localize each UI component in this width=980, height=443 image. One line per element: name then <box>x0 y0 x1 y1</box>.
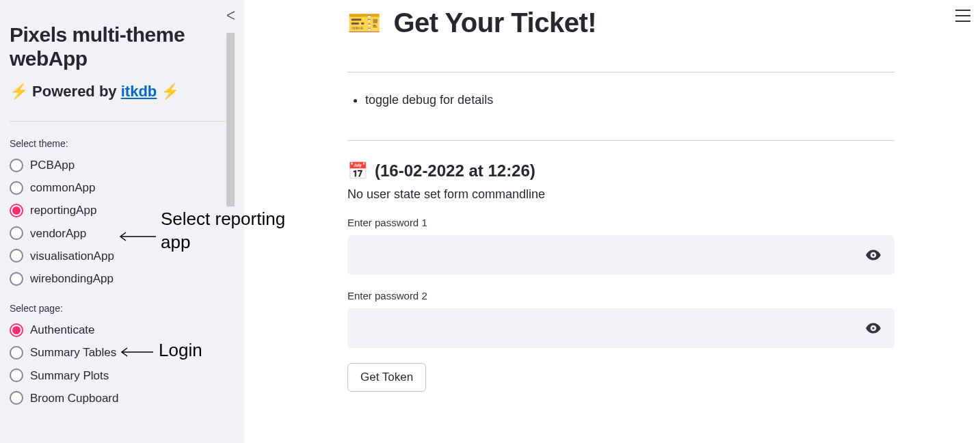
radio-icon <box>10 181 23 195</box>
password1-input-wrap <box>347 235 895 275</box>
theme-option-label: wirebondingApp <box>30 269 114 288</box>
info-bullet: toggle debug for details <box>365 93 895 107</box>
page-option-summary-tables[interactable]: Summary Tables <box>10 343 235 362</box>
radio-icon <box>10 346 23 360</box>
theme-option-label: vendorApp <box>30 224 86 243</box>
powered-by-prefix: ⚡ Powered by <box>10 83 121 100</box>
radio-icon <box>10 159 23 172</box>
timestamp-heading: 📅 (16-02-2022 at 12:26) <box>347 161 895 180</box>
password1-visibility-icon[interactable] <box>864 246 882 264</box>
app-title: Pixels multi-theme webApp <box>10 23 235 70</box>
theme-option-pcbapp[interactable]: PCBApp <box>10 156 235 174</box>
theme-option-reportingapp[interactable]: reportingApp <box>10 201 235 219</box>
timestamp-text: (16-02-2022 at 12:26) <box>375 161 535 180</box>
password2-visibility-icon[interactable] <box>864 319 882 337</box>
status-text: No user state set form commandline <box>347 187 895 202</box>
page-option-summary-plots[interactable]: Summary Plots <box>10 366 235 385</box>
itkdb-link[interactable]: itkdb <box>121 83 157 100</box>
password2-input-wrap <box>347 308 895 348</box>
radio-icon <box>10 368 23 382</box>
page-option-label: Broom Cupboard <box>30 389 118 407</box>
main-divider-1 <box>347 72 895 72</box>
page-title: 🎫 Get Your Ticket! <box>347 7 895 39</box>
theme-label: Select theme: <box>10 138 235 149</box>
theme-option-label: visualisationApp <box>30 247 114 265</box>
page-option-authenticate[interactable]: Authenticate <box>10 321 235 339</box>
radio-icon <box>10 226 23 240</box>
page-option-label: Summary Tables <box>30 343 116 362</box>
radio-icon <box>10 272 23 286</box>
page-label: Select page: <box>10 303 235 314</box>
sidebar-divider <box>10 121 235 122</box>
theme-option-label: PCBApp <box>30 156 75 174</box>
page-option-broom-cupboard[interactable]: Broom Cupboard <box>10 389 235 407</box>
theme-option-visualisationapp[interactable]: visualisationApp <box>10 247 235 265</box>
radio-icon <box>10 391 23 405</box>
powered-by-line: ⚡ Powered by itkdb ⚡ <box>10 83 235 100</box>
get-token-button[interactable]: Get Token <box>347 363 426 392</box>
page-title-text: Get Your Ticket! <box>394 8 597 38</box>
main-divider-2 <box>347 140 895 141</box>
page-option-label: Authenticate <box>30 321 95 339</box>
password2-input[interactable] <box>347 308 895 348</box>
radio-icon <box>10 323 23 337</box>
page-radio-group: Authenticate Summary Tables Summary Plot… <box>10 321 235 407</box>
sidebar-scrollbar[interactable] <box>226 33 235 206</box>
password1-label: Enter password 1 <box>347 217 895 228</box>
theme-option-commonapp[interactable]: commonApp <box>10 178 235 197</box>
powered-by-suffix: ⚡ <box>157 83 179 100</box>
main-area: 🎫 Get Your Ticket! toggle debug for deta… <box>260 0 980 443</box>
radio-icon <box>10 204 23 217</box>
page-option-label: Summary Plots <box>30 366 109 385</box>
hamburger-menu-icon[interactable] <box>955 10 970 22</box>
ticket-icon: 🎫 <box>347 7 382 39</box>
sidebar-collapse-icon[interactable]: ᐸ <box>226 10 235 23</box>
password1-input[interactable] <box>347 235 895 275</box>
calendar-icon: 📅 <box>347 161 368 180</box>
info-bullet-list: toggle debug for details <box>365 93 895 107</box>
password2-label: Enter password 2 <box>347 290 895 301</box>
sidebar: ᐸ Pixels multi-theme webApp ⚡ Powered by… <box>0 0 244 443</box>
theme-radio-group: PCBApp commonApp reportingApp vendorApp … <box>10 156 235 288</box>
theme-option-vendorapp[interactable]: vendorApp <box>10 224 235 243</box>
theme-option-label: commonApp <box>30 178 95 197</box>
theme-option-label: reportingApp <box>30 201 96 219</box>
radio-icon <box>10 249 23 263</box>
theme-option-wirebondingapp[interactable]: wirebondingApp <box>10 269 235 288</box>
